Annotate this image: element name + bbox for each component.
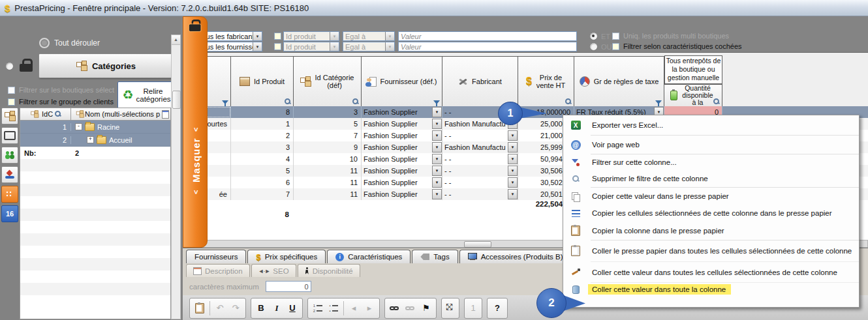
chevron-down-icon[interactable] bbox=[432, 130, 442, 141]
indent-button[interactable]: ▸ bbox=[362, 300, 377, 316]
filter-shops-checkbox[interactable] bbox=[8, 87, 15, 94]
search-icon[interactable] bbox=[352, 98, 359, 105]
chevron-down-icon[interactable] bbox=[432, 189, 442, 199]
menu-item-export-excel[interactable]: X Exporter vers Excel... bbox=[563, 115, 859, 135]
chevron-down-icon[interactable] bbox=[432, 119, 442, 129]
search-icon[interactable] bbox=[565, 98, 572, 105]
masquer-collapse-band[interactable]: < Masquer < bbox=[183, 16, 208, 248]
tab-fournisseurs[interactable]: Fournisseurs bbox=[186, 250, 246, 263]
chevron-down-icon[interactable] bbox=[508, 142, 518, 153]
scrollbar-thumb[interactable] bbox=[464, 241, 491, 248]
tab-seo[interactable]: ◄·► SEO bbox=[251, 264, 296, 277]
column-header-id-product[interactable]: Id Produit bbox=[231, 56, 294, 107]
filter-checked-caracs-checkbox[interactable] bbox=[612, 43, 619, 50]
paste-button[interactable] bbox=[193, 300, 207, 316]
tab-tags[interactable]: Tags bbox=[412, 250, 457, 263]
selection-rect-button[interactable] bbox=[1, 127, 18, 144]
filter-checked-caracs-row[interactable]: Filtrer selon caractéristiques cochées bbox=[612, 42, 742, 50]
tree-row-accueil[interactable]: 2 + Accueil bbox=[20, 134, 170, 147]
filter2-checkbox[interactable] bbox=[274, 43, 281, 50]
title-bar[interactable]: $ PrestaPricing - Fenêtre principale - V… bbox=[0, 0, 868, 16]
filter-client-group-row[interactable]: Filtrer sur le groupe de clients bbox=[8, 98, 114, 106]
menu-item-copy-column[interactable]: Copier la colonne dans le presse papier bbox=[563, 222, 859, 240]
sheet-icon[interactable] bbox=[162, 110, 169, 119]
scroll-up-icon[interactable]: ▲ bbox=[172, 35, 180, 45]
menu-item-filter-column[interactable]: Filtrer sur cette colonne... bbox=[563, 154, 859, 170]
chevron-down-icon[interactable] bbox=[508, 130, 518, 141]
expand-expander[interactable]: + bbox=[87, 136, 94, 143]
uniq-multi-shops-checkbox[interactable] bbox=[612, 33, 619, 40]
tree-row-racine[interactable]: 1 - Racine bbox=[20, 121, 170, 134]
link-button[interactable] bbox=[388, 300, 402, 316]
chevron-down-icon[interactable] bbox=[508, 177, 518, 188]
anchor-button[interactable]: ⚑ bbox=[419, 300, 433, 316]
tab-accessoires[interactable]: Accessoires (Produits B) bbox=[459, 250, 572, 263]
menu-item-copy-value[interactable]: Copier cette valeur dans le presse papie… bbox=[563, 188, 859, 205]
column-header-id-category[interactable]: Id Catégorie (déf) bbox=[294, 56, 362, 107]
categories-radio[interactable] bbox=[5, 62, 14, 70]
column-header-manufacturer[interactable]: Fabricant bbox=[442, 56, 518, 107]
column-header-quantity[interactable]: Quantité disponible à la bbox=[664, 84, 722, 107]
value1-input[interactable] bbox=[398, 31, 577, 41]
or-radio[interactable] bbox=[589, 42, 598, 51]
search-icon[interactable] bbox=[285, 98, 291, 105]
filter-client-group-checkbox[interactable] bbox=[8, 98, 15, 106]
column-header-supplier[interactable]: Fournisseur (déf.) bbox=[362, 56, 442, 107]
chevron-down-icon[interactable] bbox=[432, 142, 442, 153]
categories-button[interactable]: Catégories bbox=[39, 53, 174, 78]
and-radio[interactable] bbox=[589, 32, 598, 40]
attributes-button[interactable] bbox=[1, 166, 18, 183]
menu-item-paste-value-whole-column[interactable]: Coller cette valeur dans toute la colonn… bbox=[563, 283, 859, 296]
search-icon[interactable] bbox=[713, 98, 720, 105]
tree-col-idc[interactable]: IdC bbox=[20, 108, 71, 120]
underline-button[interactable]: U bbox=[285, 300, 300, 316]
ordered-list-button[interactable]: 12 bbox=[311, 300, 325, 316]
tab-caracteristiques[interactable]: i Caractéristiques bbox=[327, 250, 411, 263]
tree-view-button[interactable] bbox=[1, 108, 18, 124]
chevron-down-icon[interactable] bbox=[432, 166, 442, 176]
value2-input[interactable] bbox=[398, 42, 577, 51]
scrollbar-thumb[interactable] bbox=[172, 91, 181, 109]
unlink-button[interactable] bbox=[403, 300, 418, 316]
chevron-down-icon[interactable] bbox=[432, 177, 442, 188]
field2-dropdown[interactable]: Id produit bbox=[283, 42, 339, 51]
chevron-down-icon[interactable] bbox=[253, 42, 262, 51]
grid-options-button[interactable] bbox=[1, 186, 18, 203]
menu-item-paste-clipboard-selected[interactable]: Coller le presse papier dans toutes les … bbox=[563, 240, 859, 261]
max-chars-input[interactable] bbox=[266, 281, 311, 292]
tab-disponibilite[interactable]: Disponibilité bbox=[298, 264, 360, 277]
bullet-list-button[interactable]: •• bbox=[326, 300, 341, 316]
bold-button[interactable]: B bbox=[254, 300, 268, 316]
sidebar-vertical-scrollbar[interactable]: ▲ ▼ bbox=[171, 35, 181, 319]
filter-shops-row[interactable]: Filtrer sur les boutiques sélect bbox=[8, 86, 114, 94]
field1-dropdown[interactable]: Id produit bbox=[283, 31, 339, 41]
and-radio-row[interactable]: ET bbox=[589, 32, 610, 40]
expand-all-toggle[interactable]: Tout dérouler bbox=[39, 38, 100, 48]
operator2-dropdown[interactable]: Egal à bbox=[343, 42, 395, 51]
menu-item-remove-filter[interactable]: Supprimer le filtre de cette colonne bbox=[563, 170, 859, 187]
column-header-tax-rules[interactable]: Gr de règles de taxe bbox=[574, 56, 664, 107]
customers-button[interactable] bbox=[1, 147, 18, 164]
chevron-down-icon[interactable] bbox=[508, 154, 518, 164]
chevron-down-icon[interactable] bbox=[432, 154, 442, 164]
search-icon[interactable] bbox=[55, 111, 61, 117]
undo-button[interactable]: ↶ bbox=[213, 300, 227, 316]
filter-icon[interactable] bbox=[655, 100, 662, 104]
column-header-price[interactable]: $ Prix de vente HT bbox=[518, 56, 574, 107]
help-button[interactable]: ? bbox=[490, 300, 504, 316]
tab-prix-specifiques[interactable]: $ Prix spécifiques bbox=[247, 250, 326, 263]
chevron-down-icon[interactable] bbox=[253, 32, 262, 40]
chevron-down-icon[interactable] bbox=[432, 107, 442, 117]
uniq-multi-shops-row[interactable]: Uniq. les produits multi boutiques bbox=[612, 32, 729, 40]
filter1-checkbox[interactable] bbox=[274, 33, 281, 40]
menu-item-copy-selected-cells[interactable]: Copier les cellules sélectionnées de cet… bbox=[563, 205, 859, 222]
filter-icon[interactable] bbox=[433, 100, 440, 104]
menu-item-paste-value-selected[interactable]: Coller cette valeur dans toutes les cell… bbox=[563, 262, 859, 282]
chevron-down-icon[interactable] bbox=[508, 166, 518, 176]
filter-icon[interactable] bbox=[222, 100, 228, 104]
menu-item-view-webpage[interactable]: @ Voir page web bbox=[563, 136, 859, 154]
collapse-expander[interactable]: - bbox=[75, 123, 82, 130]
or-radio-row[interactable]: OU bbox=[589, 42, 612, 51]
reload-categories-button[interactable]: ♻ Relire catégories bbox=[117, 81, 175, 109]
page-number-button[interactable]: 1 bbox=[466, 300, 480, 316]
